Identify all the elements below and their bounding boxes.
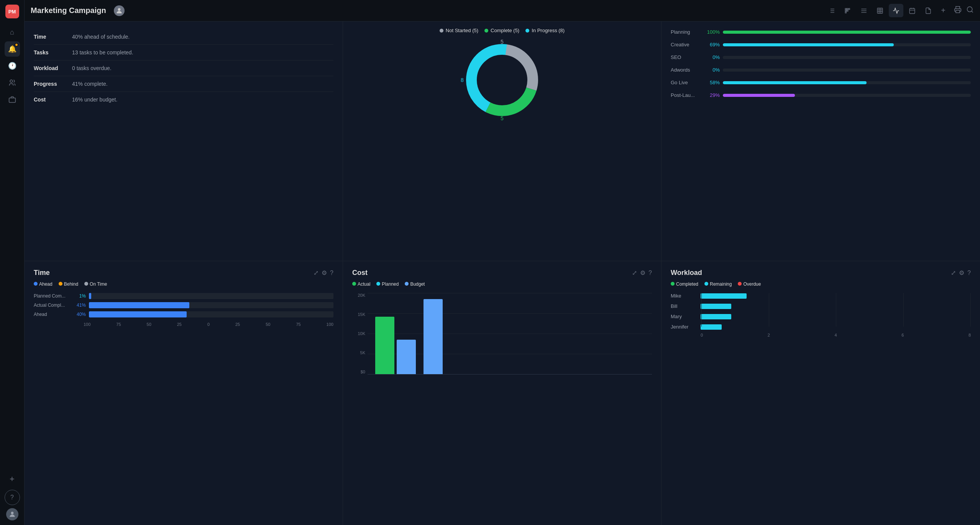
time-settings-icon[interactable]: ⚙ [322,269,327,276]
sidebar-item-notifications[interactable]: 🔔 [5,41,20,57]
cost-y-20k: 20K [352,293,365,298]
svg-rect-11 [847,8,848,10]
svg-rect-10 [845,8,847,10]
top-section: Time 40% ahead of schedule. Tasks 13 tas… [25,21,980,261]
legend-complete: Complete (5) [484,28,519,33]
time-chart-title: Time [34,269,314,277]
hbar-pct-actual: 41% [71,303,86,308]
stat-label: Progress [34,76,72,92]
progress-label: Post-Lau... [671,92,701,98]
cost-expand-icon[interactable]: ⤢ [632,269,637,276]
nav-activity[interactable] [889,4,903,17]
workload-chart-body: Mike Bill Mary [671,293,971,337]
main-content: Marketing Campaign [25,0,980,525]
nav-gantt[interactable] [840,4,855,17]
workload-help-icon[interactable]: ? [967,270,971,276]
cost-bar-actual-1 [375,317,394,374]
workload-label-mike: Mike [671,293,698,299]
dashboard: Time 40% ahead of schedule. Tasks 13 tas… [25,21,980,525]
workload-chart-panel: Workload ⤢ ⚙ ? Completed Remaining Overd… [662,261,980,525]
progress-pct: 100% [704,29,720,35]
sidebar-bottom: + ? [5,471,20,520]
legend-label-not-started: Not Started (5) [446,28,478,33]
hbar-fill-ahead [89,311,187,317]
svg-rect-1 [9,98,15,103]
nav-list[interactable] [824,4,839,17]
sidebar-item-team[interactable] [5,75,20,90]
cost-bars [368,293,652,374]
workload-settings-icon[interactable]: ⚙ [959,269,964,276]
progress-panel: Planning 100% Creative 69% SEO 0% Adword… [662,21,980,261]
cost-y-0: $0 [352,370,365,374]
hbar-pct-planned: 1% [71,293,86,299]
sidebar-item-history[interactable]: 🕐 [5,58,20,74]
progress-bar-fill [723,31,971,34]
cost-bar-budget-1 [397,340,416,374]
sidebar-item-home[interactable]: ⌂ [5,25,20,40]
cost-chart-actions: ⤢ ⚙ ? [632,269,652,276]
sidebar-item-briefcase[interactable] [5,92,20,107]
workload-grid [701,293,971,327]
donut-panel: Not Started (5) Complete (5) In Progress… [343,21,662,261]
user-avatar[interactable] [6,508,18,520]
stats-row: Workload 0 tasks overdue. [34,61,333,76]
hbar-track-actual [89,302,333,308]
progress-label: Adwords [671,67,701,73]
cost-y-5k: 5K [352,350,365,355]
cost-legend-planned: Planned [376,281,399,287]
print-icon[interactable] [954,6,962,15]
hbar-fill-actual [89,302,189,308]
sidebar: PM ⌂ 🔔 🕐 + ? [0,0,25,525]
workload-expand-icon[interactable]: ⤢ [951,269,956,276]
sidebar-help-button[interactable]: ? [5,490,20,505]
progress-bar-bg [723,31,971,34]
cost-chart-area: 20K 15K 10K 5K $0 [352,293,652,385]
progress-row: Creative 69% [671,42,971,47]
hbar-row-ahead: Ahead 40% [34,311,333,317]
nav-table[interactable] [873,4,887,17]
hbar-label-planned: Planned Com... [34,293,68,299]
progress-pct: 0% [704,54,720,60]
stat-label: Tasks [34,45,72,61]
hbar-label-ahead: Ahead [34,312,68,317]
svg-point-0 [10,80,13,83]
svg-rect-12 [849,8,850,10]
nav-file[interactable] [921,4,936,17]
donut-label-bottom: 5 [501,115,504,121]
bottom-section: Time ⤢ ⚙ ? Ahead Behind On Time Planned … [25,261,980,525]
progress-label: Planning [671,29,701,35]
workload-chart-title: Workload [671,269,951,277]
cost-settings-icon[interactable]: ⚙ [640,269,645,276]
nav-plus[interactable]: + [937,4,949,17]
donut-legend: Not Started (5) Complete (5) In Progress… [352,28,652,33]
cost-help-icon[interactable]: ? [648,270,652,276]
app-logo[interactable]: PM [5,5,19,18]
legend-label-complete: Complete (5) [491,28,519,33]
svg-rect-28 [956,10,960,13]
sidebar-add-button[interactable]: + [5,471,20,487]
workload-label-bill: Bill [671,303,698,309]
donut-label-left: 8 [461,77,464,83]
stat-value: 16% under budget. [72,92,333,108]
stats-row: Cost 16% under budget. [34,92,333,108]
legend-label-in-progress: In Progress (8) [532,28,565,33]
stat-value: 0 tasks overdue. [72,61,333,76]
progress-bar-fill [723,81,867,84]
stats-table: Time 40% ahead of schedule. Tasks 13 tas… [34,29,333,107]
donut-chart: 5 8 5 [460,38,544,122]
hbar-pct-ahead: 40% [71,312,86,317]
time-expand-icon[interactable]: ⤢ [314,269,318,276]
nav-timeline[interactable] [857,4,871,17]
progress-row: Planning 100% [671,29,971,35]
progress-row: Adwords 0% [671,67,971,73]
hbar-track-ahead [89,311,333,317]
search-icon[interactable] [966,6,974,15]
nav-calendar[interactable] [905,4,919,17]
progress-pct: 29% [704,92,720,98]
svg-rect-14 [847,10,848,11]
time-help-icon[interactable]: ? [330,270,333,276]
progress-label: Go Live [671,80,701,85]
cost-chart-legend: Actual Planned Budget [352,281,652,287]
time-chart-panel: Time ⤢ ⚙ ? Ahead Behind On Time Planned … [25,261,343,525]
progress-bar-bg [723,69,971,72]
